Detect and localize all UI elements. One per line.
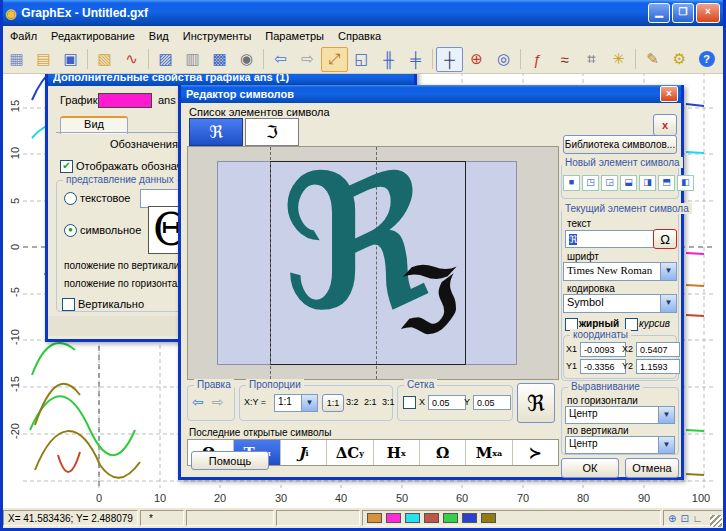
- curve-swatch-orange[interactable]: [367, 513, 382, 523]
- fit-view-button[interactable]: ⤢: [321, 47, 348, 72]
- curve-swatch-magenta[interactable]: [386, 513, 401, 523]
- proportions-select[interactable]: 1:1 ▼: [274, 394, 318, 412]
- symbol-editor-close-button[interactable]: ×: [660, 86, 678, 102]
- zoom-box-icon[interactable]: ⊡: [680, 513, 688, 524]
- menu-edit[interactable]: Редактирование: [44, 28, 142, 44]
- ratio-2-1-button[interactable]: 2:1: [364, 397, 377, 407]
- chevron-down-icon[interactable]: ▼: [658, 437, 674, 453]
- smooth-signal-button[interactable]: ≈: [551, 47, 578, 72]
- x2-input[interactable]: 0.5407: [636, 342, 680, 357]
- window-titlebar[interactable]: ◉ GraphEx - Untitled.gxf ▁ ❐ ×: [0, 0, 726, 26]
- graph-color-swatch[interactable]: [98, 93, 152, 108]
- symbol-canvas[interactable]: ℜ ℑ: [187, 146, 559, 380]
- grid-horizontal-button[interactable]: ╪: [402, 47, 429, 72]
- close-button[interactable]: ×: [696, 3, 720, 23]
- encoding-select[interactable]: Symbol ▼: [563, 294, 677, 313]
- data-grid-button[interactable]: ⌗: [578, 47, 605, 72]
- copy-graph-button[interactable]: ▩: [206, 47, 233, 72]
- open-add-button[interactable]: ▧: [91, 47, 118, 72]
- omega-symbol-button[interactable]: Ω: [653, 229, 677, 249]
- zoom-region-button[interactable]: ◎: [490, 47, 517, 72]
- element-type-over-button[interactable]: ⬒: [658, 175, 675, 191]
- element-type-left-button[interactable]: ◧: [677, 175, 694, 191]
- y1-input[interactable]: -0.3356: [580, 359, 626, 374]
- nav-forward-button[interactable]: ⇨: [294, 47, 321, 72]
- grid-vertical-button[interactable]: ╫: [375, 47, 402, 72]
- menu-view[interactable]: Вид: [142, 28, 176, 44]
- view-graph-button[interactable]: ▨: [152, 47, 179, 72]
- undo-arrow-icon[interactable]: ⇦: [192, 394, 204, 410]
- resize-grip[interactable]: [710, 515, 722, 527]
- help-toolbar-button[interactable]: ?: [693, 47, 720, 72]
- grid-y-input[interactable]: 0.05: [473, 395, 511, 410]
- add-curve-button[interactable]: ∿: [118, 47, 145, 72]
- recent-symbol-2[interactable]: Ji: [281, 440, 327, 465]
- y2-input[interactable]: 1.1593: [636, 359, 680, 374]
- settings-button[interactable]: ⚙: [666, 47, 693, 72]
- open-file-button[interactable]: ▤: [30, 47, 57, 72]
- delete-element-button[interactable]: x: [653, 114, 677, 136]
- nav-back-button[interactable]: ⇦: [267, 47, 294, 72]
- align-v-select[interactable]: Центр ▼: [565, 436, 675, 454]
- grid-x-input[interactable]: 0.05: [428, 395, 466, 410]
- symbol-text-input[interactable]: ℜ: [565, 230, 655, 248]
- font-select[interactable]: Times New Roman ▼: [563, 262, 677, 281]
- element-type-subscript-button[interactable]: ◲: [601, 175, 618, 191]
- ratio-3-1-button[interactable]: 3:1: [382, 397, 395, 407]
- maximize-button[interactable]: ❐: [672, 3, 694, 23]
- highlight-point-button[interactable]: ✳: [605, 47, 632, 72]
- crosshair-button[interactable]: ┼: [436, 47, 463, 72]
- curve-swatch-green[interactable]: [443, 513, 458, 523]
- axes-corner-icon[interactable]: ∟: [693, 513, 703, 524]
- align-h-select[interactable]: Центр ▼: [565, 406, 675, 424]
- recent-symbol-3[interactable]: ΔCy: [327, 440, 373, 465]
- help-button[interactable]: Помощь: [191, 451, 269, 470]
- redo-arrow-icon[interactable]: ⇨: [212, 394, 224, 410]
- symbol-library-button[interactable]: Библиотека символов...: [563, 135, 677, 154]
- element-tab-re[interactable]: ℜ: [189, 118, 243, 146]
- recent-symbol-5[interactable]: Ω: [420, 440, 466, 465]
- menu-tools[interactable]: Инструменты: [176, 28, 259, 44]
- symbol-editor-titlebar[interactable]: Редактор символов ×: [181, 85, 681, 103]
- curve-swatch-red[interactable]: [424, 513, 439, 523]
- menu-help[interactable]: Справка: [331, 28, 388, 44]
- menu-file[interactable]: Файл: [3, 28, 44, 44]
- element-type-right-button[interactable]: ◨: [639, 175, 656, 191]
- x1-input[interactable]: -0.0093: [580, 342, 626, 357]
- recent-symbol-6[interactable]: Mxa: [466, 440, 512, 465]
- ok-button[interactable]: ОК: [561, 458, 619, 478]
- zoom-in-icon[interactable]: ⊕: [668, 513, 676, 524]
- chevron-down-icon[interactable]: ▼: [660, 295, 676, 312]
- new-table-button[interactable]: ▦: [3, 47, 30, 72]
- add-function-button[interactable]: ƒ: [524, 47, 551, 72]
- recent-symbol-7[interactable]: ≻: [513, 440, 558, 465]
- save-button[interactable]: ▣: [57, 47, 84, 72]
- element-type-superscript-button[interactable]: ◳: [582, 175, 599, 191]
- snapshot-button[interactable]: ◉: [233, 47, 260, 72]
- curve-swatch-cyan[interactable]: [405, 513, 420, 523]
- chevron-down-icon[interactable]: ▼: [658, 407, 674, 423]
- chevron-down-icon[interactable]: ▼: [301, 395, 317, 411]
- curve-swatch-olive[interactable]: [481, 513, 496, 523]
- radio-text[interactable]: [64, 192, 77, 205]
- cancel-button[interactable]: Отмена: [625, 458, 679, 478]
- symbol-preview-button[interactable]: ℜ: [517, 383, 555, 423]
- annotate-button[interactable]: ✎: [639, 47, 666, 72]
- ratio-1-1-button[interactable]: 1:1: [322, 394, 344, 412]
- chevron-down-icon[interactable]: ▼: [660, 263, 676, 280]
- ratio-3-2-button[interactable]: 3:2: [346, 397, 359, 407]
- element-type-under-button[interactable]: ⬓: [620, 175, 637, 191]
- menu-options[interactable]: Параметры: [258, 28, 331, 44]
- minimize-button[interactable]: ▁: [648, 3, 670, 23]
- radio-symbol[interactable]: ●: [64, 224, 77, 237]
- target-button[interactable]: ⊕: [463, 47, 490, 72]
- curve-swatch-blue[interactable]: [462, 513, 477, 523]
- fit-page-button[interactable]: ◱: [348, 47, 375, 72]
- recent-symbol-4[interactable]: Hx: [374, 440, 420, 465]
- show-label-checkbox[interactable]: ✔: [60, 160, 73, 173]
- element-tab-im[interactable]: ℑ: [245, 118, 299, 146]
- exit-button[interactable]: ▮: [720, 47, 726, 72]
- grid-checkbox[interactable]: [403, 396, 416, 409]
- element-type-main-button[interactable]: ■: [563, 175, 580, 191]
- print-button[interactable]: ▥: [179, 47, 206, 72]
